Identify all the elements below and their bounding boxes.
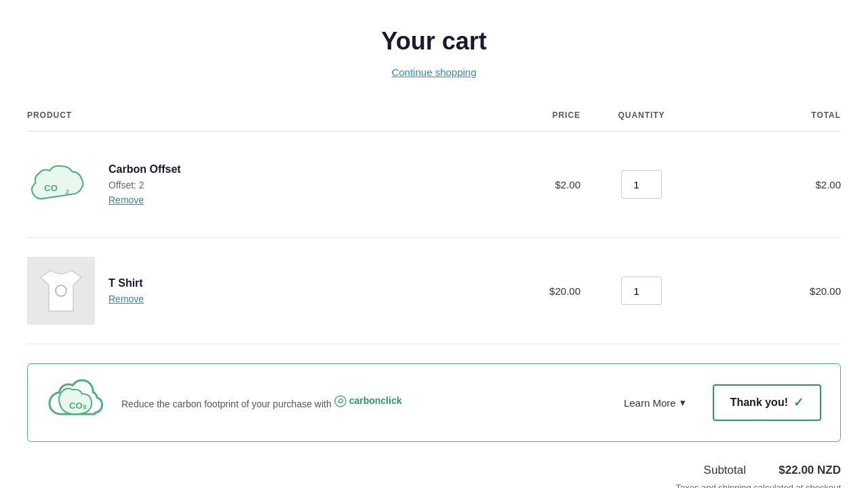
product-meta: Offset: 2 <box>108 180 181 190</box>
product-name: Carbon Offset <box>108 163 181 176</box>
total-cell: $2.00 <box>703 131 841 238</box>
carbonclick-description: Reduce the carbon footprint of your purc… <box>121 394 597 411</box>
column-header-price: PRICE <box>475 110 580 131</box>
total-cell: $20.00 <box>703 238 841 344</box>
thank-you-button[interactable]: Thank you! ✓ <box>713 384 821 421</box>
subtotal-section: Subtotal $22.00 NZD Taxes and shipping c… <box>27 464 841 488</box>
carbonclick-brand: carbonclick <box>334 394 402 408</box>
svg-text:CO: CO <box>44 182 58 192</box>
carbonclick-banner: CO₂ Reduce the carbon footprint of your … <box>27 363 841 442</box>
product-cell: T Shirt Remove <box>27 238 475 344</box>
checkmark-icon: ✓ <box>793 395 804 410</box>
cart-table: PRODUCT PRICE QUANTITY TOTAL CO 2 <box>27 110 841 344</box>
column-header-quantity: QUANTITY <box>580 110 703 131</box>
continue-shopping-link[interactable]: Continue shopping <box>27 66 841 78</box>
svg-point-5 <box>335 396 346 407</box>
taxes-note: Taxes and shipping calculated at checkou… <box>27 483 841 488</box>
chevron-down-icon: ▾ <box>680 396 686 409</box>
product-info: Carbon Offset Offset: 2 Remove <box>108 163 181 205</box>
remove-link[interactable]: Remove <box>108 293 144 304</box>
quantity-cell <box>580 131 703 238</box>
remove-link[interactable]: Remove <box>108 195 144 205</box>
column-header-total: TOTAL <box>703 110 841 131</box>
quantity-input[interactable] <box>621 277 662 305</box>
product-thumbnail <box>27 257 95 325</box>
carbonclick-co2-icon: CO₂ <box>47 379 108 426</box>
quantity-input[interactable] <box>621 170 662 199</box>
column-header-product: PRODUCT <box>27 110 475 131</box>
table-row: T Shirt Remove $20.00 $20.00 <box>27 238 841 344</box>
table-row: CO 2 Carbon Offset Offset: 2 Remove $2.0… <box>27 131 841 238</box>
svg-text:2: 2 <box>66 188 69 195</box>
subtotal-label: Subtotal <box>704 464 746 477</box>
quantity-cell <box>580 238 703 344</box>
subtotal-value: $22.00 NZD <box>773 464 841 477</box>
co2-product-icon: CO 2 <box>27 150 95 218</box>
price-cell: $20.00 <box>475 238 580 344</box>
learn-more-button[interactable]: Learn More ▾ <box>610 396 699 409</box>
product-info: T Shirt Remove <box>108 277 144 304</box>
price-cell: $2.00 <box>475 131 580 238</box>
product-name: T Shirt <box>108 277 144 289</box>
product-cell: CO 2 Carbon Offset Offset: 2 Remove <box>27 131 475 238</box>
svg-text:CO₂: CO₂ <box>69 401 86 411</box>
page-title: Your cart <box>27 27 841 56</box>
